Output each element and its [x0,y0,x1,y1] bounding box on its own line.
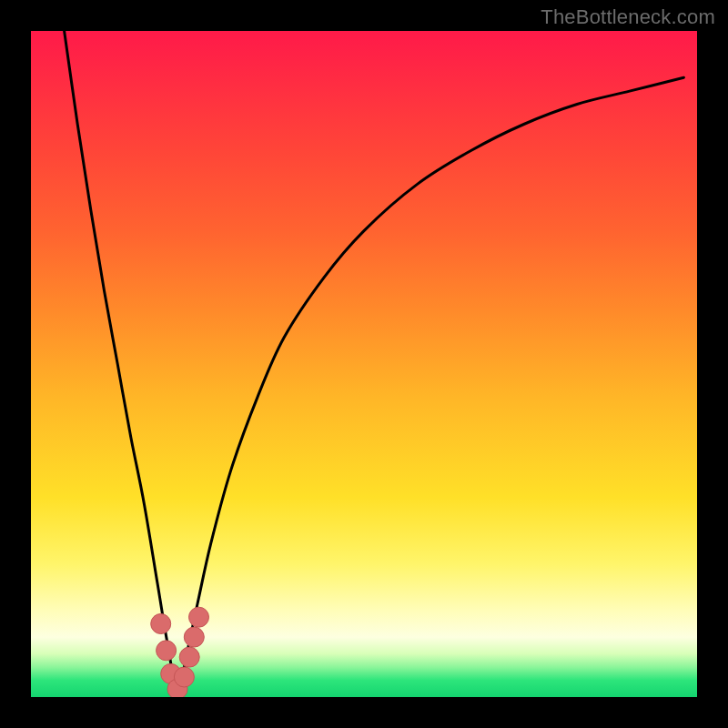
bottleneck-curve-path [65,31,684,691]
highlight-dot [189,607,209,627]
watermark-text: TheBottleneck.com [541,5,715,29]
highlight-dot [174,667,194,687]
chart-svg [31,31,697,697]
highlight-dot [157,641,177,661]
highlight-dot [151,614,171,634]
chart-frame [31,31,697,697]
highlight-dot [179,647,199,667]
highlight-dot [184,627,204,647]
highlight-dots-group [151,607,209,697]
